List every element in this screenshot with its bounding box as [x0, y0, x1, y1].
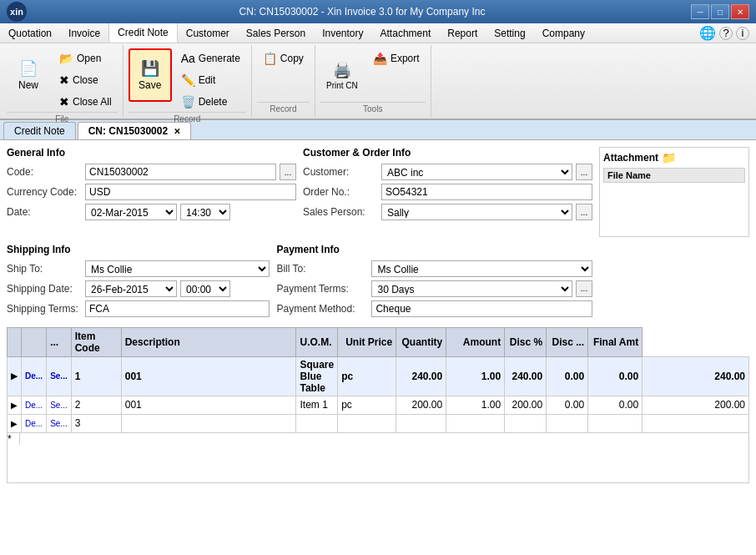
close-window-button[interactable]: ✕ — [731, 4, 749, 19]
row-sub-link[interactable]: Se... — [47, 396, 72, 414]
shipping-terms-input[interactable] — [85, 300, 270, 317]
sales-person-row: Sales Person: Sally ... — [303, 204, 592, 220]
customer-order-title: Customer & Order Info — [303, 147, 592, 159]
shipping-date-label: Shipping Date: — [7, 283, 82, 295]
col-actions — [22, 327, 47, 356]
new-icon: 📄 — [19, 59, 38, 78]
tab-cn15030002[interactable]: CN: CN15030002 ✕ — [78, 122, 191, 139]
close-all-icon: ✖ — [59, 95, 69, 108]
copy-icon: 📋 — [263, 52, 277, 65]
save-button[interactable]: 💾 Save — [129, 48, 172, 102]
payment-terms-row: Payment Terms: 30 Days ... — [276, 280, 592, 297]
export-button[interactable]: 📤 Export — [367, 48, 426, 68]
new-button[interactable]: 📄 New — [7, 48, 50, 102]
payment-terms-browse-button[interactable]: ... — [576, 280, 592, 297]
record-small-buttons: Aa Generate ✏️ Edit 🗑️ Delete — [175, 48, 246, 112]
title-bar: xin CN: CN15030002 - Xin Invoice 3.0 for… — [0, 0, 756, 23]
menu-company[interactable]: Company — [534, 23, 593, 43]
col-final-amt: Final Amt — [588, 327, 643, 356]
row-sub-link[interactable]: Se... — [47, 356, 72, 396]
title-bar-text: CN: CN15030002 - Xin Invoice 3.0 for My … — [33, 6, 691, 18]
row-detail-link[interactable]: De... — [22, 414, 47, 432]
shipping-info-title: Shipping Info — [7, 244, 270, 255]
customer-select[interactable]: ABC inc — [381, 164, 572, 180]
delete-button[interactable]: 🗑️ Delete — [175, 92, 246, 112]
menu-invoice[interactable]: Invoice — [60, 23, 108, 43]
customer-browse-button[interactable]: ... — [576, 164, 592, 180]
customer-label: Customer: — [303, 166, 378, 178]
generate-icon: Aa — [181, 52, 195, 65]
time-select[interactable]: 14:30 — [180, 204, 230, 220]
row-disc1: 0.00 — [547, 356, 588, 396]
sales-person-select[interactable]: Sally — [381, 204, 572, 220]
payment-terms-select[interactable]: 30 Days — [371, 280, 572, 297]
col-item-code: Item Code — [71, 327, 121, 356]
menu-attachment[interactable]: Attachment — [372, 23, 440, 43]
attachment-add-icon[interactable]: 📁 — [662, 151, 676, 164]
open-button[interactable]: 📂 Open — [53, 48, 118, 68]
bill-to-row: Bill To: Ms Collie — [276, 260, 592, 277]
currency-label: Currency Code: — [7, 186, 82, 198]
menu-report[interactable]: Report — [439, 23, 486, 43]
ship-to-select[interactable]: Ms Collie — [85, 260, 270, 277]
row-num: 3 — [71, 414, 121, 432]
menu-quotation[interactable]: Quotation — [0, 23, 60, 43]
bill-to-select[interactable]: Ms Collie — [371, 260, 592, 277]
customer-order-section: Customer & Order Info Customer: ABC inc … — [303, 147, 592, 237]
close-button[interactable]: ✖ Close — [53, 70, 118, 90]
code-row: Code: ... — [7, 164, 296, 180]
sales-person-browse-button[interactable]: ... — [576, 204, 592, 220]
save-icon: 💾 — [141, 59, 159, 78]
row-disc2: 0.00 — [588, 356, 643, 396]
row-uom: pc — [338, 396, 396, 414]
minimize-button[interactable]: ─ — [691, 4, 709, 19]
row-disc1 — [547, 414, 588, 432]
shipping-time-select[interactable]: 00:00 — [180, 280, 230, 297]
row-final-amt: 240.00 — [643, 356, 749, 396]
window-controls: ─ □ ✕ — [691, 4, 749, 19]
code-input[interactable] — [85, 164, 276, 180]
menu-inventory[interactable]: Inventory — [314, 23, 371, 43]
second-sections: Shipping Info Ship To: Ms Collie Shippin… — [7, 244, 749, 320]
col-expand — [8, 327, 22, 356]
attachment-spacer — [599, 244, 749, 320]
row-desc: Item 1 — [296, 396, 338, 414]
close-all-button[interactable]: ✖ Close All — [53, 92, 118, 112]
payment-method-input[interactable] — [371, 300, 592, 317]
order-no-input[interactable] — [381, 184, 592, 200]
code-browse-button[interactable]: ... — [280, 164, 296, 180]
items-table-header-row: ... Item Code Description U.O.M. Unit Pr… — [8, 327, 749, 356]
edit-icon: ✏️ — [181, 73, 195, 87]
ribbon: 📄 New 📂 Open ✖ Close ✖ Close All File — [0, 43, 756, 120]
code-label: Code: — [7, 166, 82, 178]
menu-setting[interactable]: Setting — [486, 23, 533, 43]
maximize-button[interactable]: □ — [711, 4, 729, 19]
currency-row: Currency Code: — [7, 184, 296, 200]
customer-row: Customer: ABC inc ... — [303, 164, 592, 180]
tab-close-icon[interactable]: ✕ — [174, 127, 180, 136]
table-row[interactable]: ▶ De... Se... 3 — [8, 414, 749, 432]
edit-button[interactable]: ✏️ Edit — [175, 70, 246, 90]
menu-customer[interactable]: Customer — [178, 23, 238, 43]
menu-credit-note[interactable]: Credit Note — [108, 23, 178, 43]
payment-info-title: Payment Info — [276, 244, 592, 255]
shipping-date-select[interactable]: 26-Feb-2015 — [85, 280, 177, 297]
table-row[interactable]: ▶ De... Se... 1 001 Square Blue Table pc… — [8, 356, 749, 396]
row-disc2: 0.00 — [588, 396, 643, 414]
payment-method-label: Payment Method: — [276, 303, 368, 315]
copy-button[interactable]: 📋 Copy — [257, 48, 310, 68]
table-row[interactable]: ▶ De... Se... 2 001 Item 1 pc 200.00 1.0… — [8, 396, 749, 414]
items-empty-space: * — [7, 433, 749, 483]
date-select[interactable]: 02-Mar-2015 — [85, 204, 177, 220]
print-cn-button[interactable]: 🖨️ Print CN — [320, 48, 364, 102]
help-icon: ? — [719, 27, 733, 40]
row-detail-link[interactable]: De... — [22, 356, 47, 396]
currency-input[interactable] — [85, 184, 296, 200]
row-detail-link[interactable]: De... — [22, 396, 47, 414]
tab-credit-note[interactable]: Credit Note — [3, 122, 76, 139]
generate-button[interactable]: Aa Generate — [175, 48, 246, 68]
row-qty — [446, 414, 505, 432]
menu-sales-person[interactable]: Sales Person — [238, 23, 314, 43]
row-desc — [296, 414, 338, 432]
row-sub-link[interactable]: Se... — [47, 414, 72, 432]
